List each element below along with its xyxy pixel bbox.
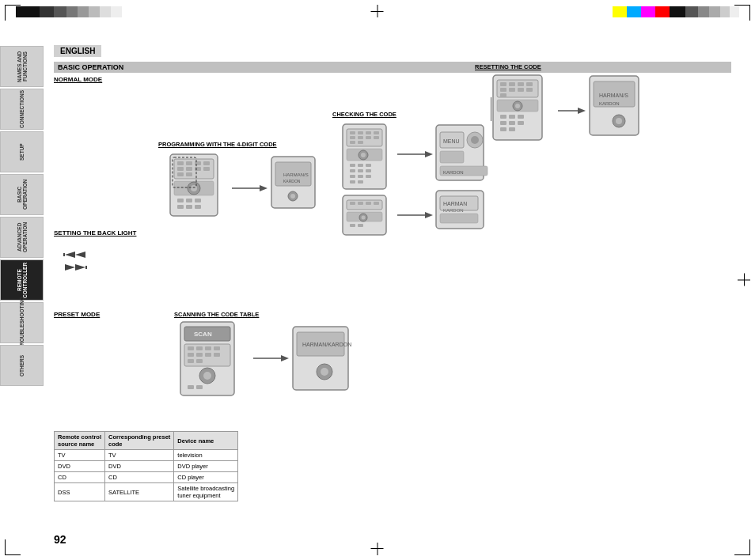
col-header-preset: Corresponding presetcode [105, 432, 174, 450]
svg-point-74 [362, 216, 366, 220]
crosshair-right [738, 280, 750, 281]
svg-rect-86 [500, 82, 506, 86]
scanning-remote-left: SCAN [178, 320, 249, 401]
svg-rect-69 [358, 202, 363, 205]
svg-rect-90 [500, 88, 506, 92]
table-cell-device-dvd: DVD player [174, 461, 238, 472]
backlight-label: SETTING THE BACK LIGHT [54, 229, 136, 236]
table-cell-preset-dvd: DVD [105, 461, 174, 472]
table-cell-source-dvd: DVD [55, 461, 105, 472]
svg-text:HARMAN/S: HARMAN/S [283, 172, 309, 177]
svg-point-44 [361, 153, 366, 157]
svg-text:HARMAN: HARMAN [443, 201, 467, 206]
top-color-bar [613, 6, 739, 17]
svg-rect-35 [374, 131, 379, 134]
svg-rect-70 [366, 202, 371, 205]
svg-rect-130 [188, 353, 194, 357]
sidebar-item-troubleshooting[interactable]: TROUBLESHOOTING [0, 302, 44, 343]
svg-marker-78 [425, 212, 433, 218]
svg-rect-68 [350, 202, 355, 205]
svg-rect-76 [358, 224, 363, 227]
svg-rect-17 [195, 199, 201, 202]
svg-rect-41 [358, 141, 363, 144]
corner-mark-br [734, 539, 750, 555]
backlight-rewind-arrow [63, 250, 87, 261]
svg-rect-15 [177, 199, 184, 202]
table-cell-preset-tv: TV [105, 450, 174, 461]
programming-arrow [232, 180, 267, 198]
svg-rect-87 [509, 82, 515, 86]
table-cell-source-dss: DSS [55, 483, 105, 501]
checking-remote-left2 [340, 194, 397, 239]
sidebar-item-setup[interactable]: SETUP [0, 131, 44, 172]
svg-point-115 [616, 118, 622, 124]
svg-marker-119 [75, 264, 85, 271]
table-row: TV TV television [55, 450, 238, 461]
svg-rect-75 [350, 224, 355, 227]
svg-rect-48 [350, 169, 355, 172]
svg-rect-10 [177, 172, 184, 176]
preset-label: PRESET MODE [54, 311, 100, 318]
sidebar: NAMES ANDFUNCTIONS CONNECTIONS SETUP BAS… [0, 24, 46, 386]
page-number: 92 [54, 533, 66, 546]
programming-remote-right: HARMAN/S KARDON [267, 153, 327, 214]
sidebar-item-names-functions[interactable]: NAMES ANDFUNCTIONS [0, 46, 44, 87]
col-header-device: Device name [174, 432, 238, 450]
svg-rect-33 [358, 131, 363, 134]
checking-remote-right2: HARMAN KARDON [434, 188, 497, 233]
sidebar-item-remote-controller[interactable]: REMOTECONTROLLER [0, 259, 44, 301]
svg-rect-118 [63, 253, 65, 256]
svg-marker-109 [578, 108, 586, 114]
svg-marker-117 [75, 252, 85, 258]
sidebar-item-advanced-operation[interactable]: ADVANCEDOPERATION [0, 217, 44, 258]
svg-rect-101 [500, 121, 506, 125]
svg-rect-134 [188, 359, 194, 363]
normal-mode-label: NORMAL MODE [54, 76, 102, 83]
svg-text:KARDON: KARDON [599, 101, 620, 106]
sidebar-item-others[interactable]: OTHERS [0, 345, 44, 386]
table-cell-source-cd: CD [55, 472, 105, 483]
svg-marker-141 [281, 355, 289, 361]
checking-arrow1 [397, 146, 433, 164]
scanning-remote-right: HARMAN/KARDON [290, 324, 362, 395]
svg-point-29 [290, 194, 295, 199]
crosshair-top [378, 5, 378, 17]
svg-rect-104 [500, 127, 506, 131]
backlight-forward-arrow [63, 263, 87, 274]
svg-rect-46 [358, 164, 363, 167]
svg-rect-3 [186, 161, 192, 165]
sidebar-item-basic-operation[interactable]: BASICOPERATION [0, 174, 44, 215]
svg-rect-126 [188, 346, 194, 350]
svg-rect-131 [196, 353, 203, 357]
table-section: Remote controlsource name Corresponding … [54, 431, 731, 501]
svg-marker-57 [425, 151, 433, 157]
sidebar-item-connections[interactable]: CONNECTIONS [0, 89, 44, 130]
svg-rect-9 [203, 167, 210, 171]
svg-rect-36 [350, 136, 355, 139]
svg-text:HARMAN/S: HARMAN/S [599, 93, 628, 98]
svg-rect-38 [366, 136, 371, 139]
svg-rect-39 [374, 136, 379, 139]
resetting-label: RESETTING THE CODE [475, 63, 541, 70]
svg-rect-98 [500, 115, 506, 119]
scanning-arrow [253, 350, 289, 368]
svg-rect-132 [205, 353, 211, 357]
svg-point-97 [515, 104, 520, 108]
svg-rect-51 [350, 175, 355, 178]
svg-rect-121 [85, 266, 87, 269]
svg-point-14 [191, 185, 197, 191]
checking-label: CHECKING THE CODE [332, 111, 396, 118]
svg-rect-55 [358, 180, 363, 184]
svg-text:SCAN: SCAN [194, 331, 212, 338]
svg-rect-2 [177, 161, 184, 165]
svg-text:KARDON: KARDON [283, 179, 301, 184]
svg-rect-49 [358, 169, 363, 172]
svg-rect-83 [440, 214, 478, 223]
svg-rect-138 [188, 385, 194, 389]
svg-rect-20 [195, 205, 201, 209]
table-cell-preset-dss: SATELLITE [105, 483, 174, 501]
checking-arrow2 [397, 207, 433, 225]
resetting-remote-right: HARMAN/S KARDON [587, 74, 651, 142]
svg-rect-91 [509, 88, 515, 92]
language-label: ENGLISH [54, 45, 101, 57]
